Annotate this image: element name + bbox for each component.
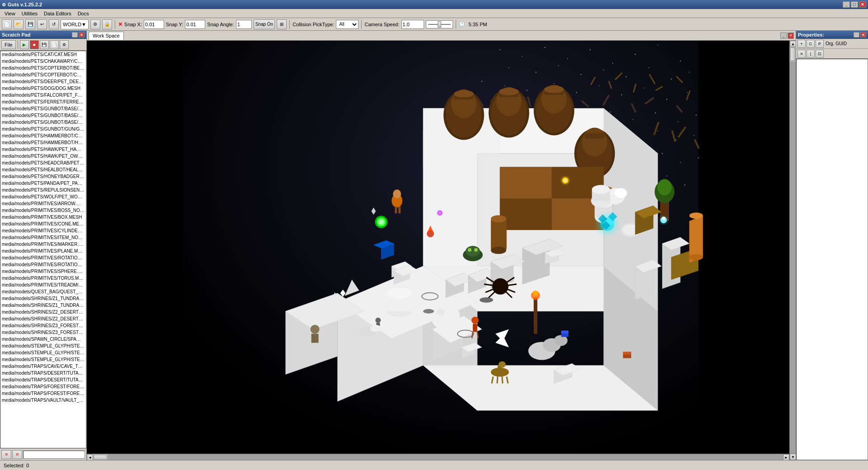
list-item[interactable]: media/models/PETS/GUNBOT/GUN/GUN.M (0, 126, 86, 132)
save-button[interactable]: 💾 (25, 19, 35, 29)
list-item[interactable]: media/models/TRAPS/FOREST/FOREST_M (0, 383, 86, 390)
scroll-down-btn[interactable]: ▼ (790, 454, 796, 460)
prop-grid-btn[interactable]: ≡ (797, 50, 806, 58)
list-item[interactable]: media/models/PRIMITIVES/PLANE.MESH (0, 248, 86, 254)
lock-button[interactable]: 🔒 (102, 19, 112, 29)
scratch-search-input[interactable] (23, 451, 85, 459)
scratch-play-btn[interactable]: ▶ (20, 40, 29, 49)
list-item[interactable]: media/models/PRIMITIVES/CYLINDER.MES (0, 227, 86, 234)
list-item[interactable]: media/models/PETS/COPTERBOT/COPTER (0, 71, 86, 78)
list-item[interactable]: media/models/PRIMITIVES/ITEM_NODE.ME (0, 234, 86, 241)
viewport-scrollbar-horizontal[interactable]: ◄ ► (87, 454, 789, 460)
list-item[interactable]: media/models/PETS/CHAKAWARY/CHAKAW (0, 58, 86, 65)
list-item[interactable]: media/models/TRAPS/VAULT/VAULT_BLAD (0, 397, 86, 404)
viewport-scrollbar-vertical[interactable]: ▲ ▼ (789, 41, 796, 460)
camera-speed-input[interactable] (401, 20, 424, 29)
list-item[interactable]: media/models/PETS/GUNBOT/BASE/GUNB (0, 112, 86, 119)
snap-mode-button[interactable]: ⊞ (277, 19, 287, 29)
world-dropdown[interactable]: WORLD ▼ (61, 19, 89, 29)
list-item[interactable]: media/models/TRAPS/DESERT/TUTARAN_1 (0, 376, 86, 383)
scratch-delete-btn[interactable]: ✕ (1, 450, 11, 459)
menu-item-data-editors[interactable]: Data Editors (41, 10, 74, 17)
list-item[interactable]: media/models/PETS/COPTERBOT/BEAM.ME (0, 65, 86, 71)
list-item[interactable]: media/models/TRAPS/DESERT/TUTARAN_ (0, 370, 86, 376)
prop-settings-btn[interactable]: C (807, 40, 815, 48)
menu-item-view[interactable]: View (2, 10, 18, 17)
list-item[interactable]: media/models/PETS/HEALBOT/HEALBOT.M (0, 166, 86, 173)
list-item[interactable]: media/models/PETS/CAT/CAT.MESH (0, 51, 86, 58)
list-item[interactable]: media/models/TRAPS/CAVE/CAVE_TRAP_B (0, 363, 86, 370)
list-item[interactable]: media/models/PRIMITIVES/MARKER.MESH (0, 241, 86, 248)
menu-item-utilities[interactable]: Utilities (19, 10, 40, 17)
scratch-pad-minimize-btn[interactable]: _ (72, 32, 78, 38)
list-item[interactable]: media/models/QUEST_BAG/QUEST_BAG.M (0, 288, 86, 295)
list-item[interactable]: media/models/PETS/FALCOR/PET_FALCO (0, 92, 86, 99)
scratch-pad-close-btn[interactable]: ✕ (79, 32, 85, 38)
list-item[interactable]: media/models/SHRINES/Z2_DESERT_SHRI (0, 309, 86, 315)
list-item[interactable]: media/models/STEMPLE_GLYPH/STEMPLE (0, 349, 86, 356)
new-button[interactable]: 📄 (2, 19, 12, 29)
close-button[interactable]: ✕ (859, 1, 866, 8)
list-item[interactable]: media/models/SHRINES/Z1_TUNDRA_SHRI (0, 302, 86, 309)
list-item[interactable]: media/models/PETS/DEER/PET_DEER.MES (0, 78, 86, 85)
list-item[interactable]: media/models/PETS/HEADCRAB/PET_HEAD (0, 160, 86, 166)
list-item[interactable]: media/models/PRIMITIVES/ARROW.MESH (0, 200, 86, 207)
snap-angle-input[interactable] (236, 20, 252, 29)
maximize-button[interactable]: □ (851, 1, 858, 8)
menu-item-docs[interactable]: Docs (75, 10, 92, 17)
scratch-settings-btn[interactable]: ⚙ (60, 40, 69, 49)
list-item[interactable]: media/models/PRIMITIVES/SPHERE.MESH (0, 268, 86, 275)
list-item[interactable]: media/models/SHRINES/Z3_FOREST_SHRI (0, 322, 86, 329)
list-item[interactable]: media/models/SHRINES/Z3_FOREST_SHRI (0, 329, 86, 336)
list-item[interactable]: media/models/PRIMITIVES/BOSS_NODE.ME (0, 207, 86, 214)
list-item[interactable]: media/models/PETS/PANDA/PET_PANDA.M (0, 180, 86, 187)
properties-minimize-btn[interactable]: _ (854, 32, 859, 38)
list-item[interactable]: media/models/PETS/GUNBOT/BASE/COLLI (0, 105, 86, 112)
list-item[interactable]: media/models/TRAPS/FOREST/FOREST_M (0, 390, 86, 397)
minimize-button[interactable]: _ (843, 1, 850, 8)
list-item[interactable]: media/models/PETS/HAWK/PET_HAWK.MES (0, 146, 86, 153)
list-item[interactable]: media/models/STEMPLE_GLYPH/STEMPLE (0, 356, 86, 363)
scratch-stop-btn[interactable]: ■ (30, 40, 39, 49)
scroll-up-btn[interactable]: ▲ (790, 41, 796, 47)
list-item[interactable]: media/models/SHRINES/Z1_TUNDRA_SHRI (0, 295, 86, 302)
camera-speed-slider[interactable] (426, 20, 453, 28)
workspace-close-btn[interactable]: ✕ (788, 33, 794, 39)
scroll-track-vertical[interactable] (790, 61, 796, 454)
viewport[interactable]: ▲ ▼ ◄ ► (87, 41, 796, 460)
scratch-save-btn[interactable]: 💾 (40, 40, 49, 49)
prop-divider-btn[interactable]: | (807, 50, 815, 58)
list-item[interactable]: media/models/PRIMITIVES/TORUS.MESH (0, 275, 86, 282)
list-item[interactable]: media/models/PETS/HAMMERBOT/COLLIS (0, 132, 86, 139)
list-item[interactable]: media/models/PETS/HONEYBADGER/HON (0, 173, 86, 180)
list-item[interactable]: media/models/PETS/HAMMERBOT/HAMME (0, 139, 86, 146)
list-item[interactable]: media/models/SHRINES/Z2_DESERT_SHRI (0, 315, 86, 322)
scroll-left-btn[interactable]: ◄ (87, 454, 93, 460)
list-item[interactable]: media/models/PRIMITIVES/ROTATION_QU (0, 254, 86, 261)
list-item[interactable]: media/models/PETS/DOG/DOG.MESH (0, 85, 86, 92)
prop-add-btn[interactable]: + (797, 40, 806, 48)
scroll-thumb-horizontal[interactable] (94, 455, 107, 460)
list-item[interactable]: media/models/PRIMITIVES/TREADMILL.MES (0, 282, 86, 288)
scratch-clear-btn[interactable]: ✕ (12, 450, 22, 459)
list-item[interactable]: media/models/PRIMITIVES/CONE.MESH (0, 221, 86, 227)
list-item[interactable]: media/models/PETS/FERRET/FERRET.MES (0, 99, 86, 105)
scratch-saveas-btn[interactable]: 📄 (50, 40, 59, 49)
collision-picktypes-dropdown[interactable]: All None (336, 20, 359, 29)
list-item[interactable]: media/models/STEMPLE_GLYPH/STEMPLE (0, 343, 86, 349)
open-button[interactable]: 📂 (14, 19, 24, 29)
list-item[interactable]: media/models/PETS/REPULSIONSENTRY/S (0, 187, 86, 193)
scroll-thumb-vertical[interactable] (790, 47, 795, 61)
prop-extra-btn[interactable]: ⊡ (816, 50, 824, 58)
list-item[interactable]: media/models/PETS/HAWK/PET_OWL.MES (0, 153, 86, 160)
snap-y-input[interactable] (185, 20, 205, 29)
settings-button[interactable]: ⚙ (90, 19, 100, 29)
refresh-button[interactable]: ↺ (49, 19, 59, 29)
workspace-tab[interactable]: Work Space (89, 32, 124, 40)
list-item[interactable]: media/models/PETS/GUNBOT/BASE/VAULT (0, 119, 86, 126)
file-list[interactable]: media/models/PETS/CAT/CAT.MESH media/mod… (0, 51, 86, 448)
undo-button[interactable]: ↩ (37, 19, 47, 29)
workspace-minimize-btn[interactable]: _ (780, 33, 787, 39)
list-item[interactable]: media/models/SPAWN_CIRCLE/SPAWN_CI (0, 336, 86, 343)
list-item[interactable]: media/models/PETS/WOLF/PET_WOLF.MES (0, 193, 86, 200)
